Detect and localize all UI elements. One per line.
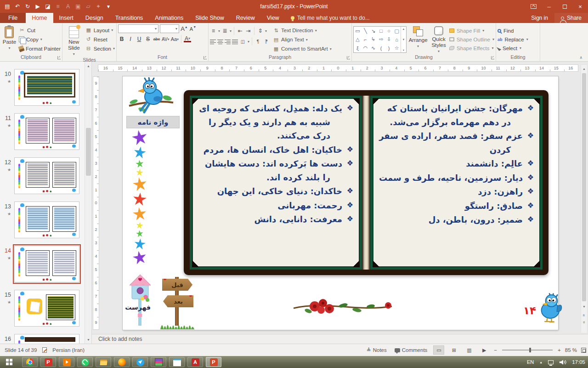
ribbon-display-options-icon[interactable] bbox=[526, 0, 541, 13]
shape-icon[interactable]: ☆ bbox=[395, 45, 399, 51]
save-icon[interactable]: ▤ bbox=[3, 2, 12, 11]
spell-check-icon[interactable] bbox=[42, 347, 47, 353]
zoom-in-button[interactable]: + bbox=[558, 347, 561, 353]
whatsapp-taskbar-button[interactable] bbox=[77, 357, 93, 367]
normal-view-button[interactable]: ▭ bbox=[433, 345, 444, 355]
shape-icon[interactable]: ▢ bbox=[394, 28, 399, 34]
zoom-level[interactable]: 85 % bbox=[565, 347, 577, 353]
ltr-direction-icon[interactable]: ¶ bbox=[254, 39, 261, 44]
telegram-taskbar-button[interactable] bbox=[132, 357, 148, 367]
tab-animations[interactable]: Animations bbox=[149, 13, 189, 23]
shape-icon[interactable]: ( bbox=[380, 46, 382, 51]
text-direction-button[interactable]: ⇅Text Direction▾ bbox=[273, 27, 332, 34]
numbering-icon[interactable]: ≣ bbox=[221, 28, 228, 34]
shape-icon[interactable]: ⇨ bbox=[379, 36, 383, 42]
vertical-scrollbar[interactable]: ▲ ▼ « « bbox=[581, 64, 588, 334]
slide-show-button[interactable]: ▶ bbox=[479, 345, 490, 355]
zoom-out-button[interactable]: − bbox=[494, 347, 497, 353]
tab-file[interactable]: File bbox=[0, 13, 26, 23]
shape-effects-button[interactable]: Shape Effects▾ bbox=[449, 45, 494, 52]
zoom-slider[interactable] bbox=[502, 350, 553, 351]
strikethrough-button[interactable]: S bbox=[144, 35, 152, 43]
chrome-taskbar-button[interactable] bbox=[22, 357, 38, 367]
scroll-down-icon[interactable]: ▼ bbox=[581, 303, 587, 310]
bullets-icon[interactable]: ≡ bbox=[53, 2, 62, 11]
roses-image[interactable] bbox=[288, 296, 394, 318]
shape-icon[interactable]: ξ bbox=[356, 46, 359, 51]
font-icon[interactable]: A bbox=[63, 2, 73, 11]
convert-smartart-button[interactable]: ▦Convert to SmartArt▾ bbox=[273, 45, 332, 52]
star-shape[interactable] bbox=[133, 145, 147, 159]
italic-button[interactable]: I bbox=[127, 35, 134, 43]
slide-thumbnail-13[interactable] bbox=[14, 201, 79, 238]
slide-thumbnail-15[interactable] bbox=[14, 290, 79, 327]
slide-thumbnail-12[interactable] bbox=[14, 157, 79, 194]
line-spacing-icon[interactable]: ⇕ bbox=[257, 28, 264, 34]
paste-button[interactable]: Paste ▾ bbox=[1, 24, 17, 54]
section-button[interactable]: ⊟Section▾ bbox=[85, 45, 115, 52]
arrange-button[interactable]: Arrange ▾ bbox=[408, 24, 428, 54]
scroll-down-icon[interactable]: ▼ bbox=[85, 336, 92, 343]
red-p-app-taskbar-button[interactable]: P bbox=[40, 357, 56, 367]
increase-indent-icon[interactable]: ⇥ bbox=[245, 28, 252, 34]
animations-icon[interactable]: ✦ bbox=[94, 2, 103, 11]
tell-me-box[interactable]: Tell me what you want to do... bbox=[285, 13, 375, 23]
animation-preview-icon[interactable]: ◪ bbox=[43, 2, 52, 11]
tab-review[interactable]: Review bbox=[230, 13, 261, 23]
language-indicator[interactable]: EN bbox=[527, 359, 534, 365]
next-slide-sign[interactable]: بعد bbox=[163, 295, 193, 307]
star-shape[interactable] bbox=[133, 238, 146, 250]
shape-icon[interactable]: □ bbox=[379, 28, 383, 34]
start-from-beginning-icon[interactable]: ▶ bbox=[33, 2, 42, 11]
star-shape[interactable] bbox=[131, 176, 147, 192]
customize-qat-icon[interactable]: ▾ bbox=[104, 2, 113, 11]
slide-thumbnail-14[interactable] bbox=[14, 246, 79, 282]
hidden-icons-chevron[interactable]: ▲ bbox=[539, 361, 543, 364]
notes-app-taskbar-button[interactable] bbox=[169, 357, 185, 367]
firefox-taskbar-button[interactable] bbox=[114, 357, 130, 367]
shape-icon[interactable]: ↳ bbox=[371, 36, 375, 42]
next-slide-button[interactable]: « bbox=[581, 319, 587, 325]
media-player-taskbar-button[interactable] bbox=[59, 357, 74, 367]
star-shape[interactable] bbox=[132, 250, 148, 266]
collapse-ribbon-icon[interactable]: ∧ bbox=[579, 55, 582, 60]
previous-slide-sign[interactable]: قبل bbox=[162, 279, 192, 291]
quick-styles-button[interactable]: Quick Styles ▾ bbox=[430, 24, 448, 54]
start-button[interactable] bbox=[0, 356, 18, 368]
justify-icon[interactable] bbox=[232, 39, 238, 44]
shape-icon[interactable]: ⇩ bbox=[387, 36, 391, 42]
change-case-button[interactable]: Aa▾ bbox=[171, 35, 179, 43]
character-spacing-button[interactable]: AV▾ bbox=[162, 35, 170, 43]
star-shape[interactable] bbox=[135, 159, 144, 168]
scroll-up-icon[interactable]: ▲ bbox=[85, 63, 92, 69]
shapes-gallery[interactable]: ▲▼▾ ▭╲↘□○▢△⌐↳⇨⇩⌂ξ◠∿()☆ bbox=[353, 26, 407, 53]
tab-view[interactable]: View bbox=[261, 13, 285, 23]
bird-image[interactable] bbox=[536, 292, 563, 325]
winrar-taskbar-button[interactable] bbox=[151, 357, 166, 367]
open-book-graphic[interactable]: ❖یک دله: همدِل، کسانی که روحیه ای شبیه ب… bbox=[184, 90, 548, 275]
rtl-direction-icon[interactable]: ¶ bbox=[263, 39, 270, 44]
shape-icon[interactable]: ○ bbox=[387, 28, 390, 34]
slide-counter[interactable]: Slide 14 of 39 bbox=[5, 347, 37, 353]
stars-column[interactable] bbox=[129, 130, 150, 264]
reading-view-button[interactable]: ▥ bbox=[464, 345, 475, 355]
scrollbar-thumb[interactable] bbox=[86, 128, 91, 176]
shape-outline-button[interactable]: Shape Outline▾ bbox=[449, 36, 494, 43]
select-button[interactable]: Select▾ bbox=[498, 45, 528, 52]
underline-button[interactable]: U bbox=[136, 35, 143, 43]
cut-button[interactable]: ✂Cut bbox=[19, 26, 61, 34]
tab-slide-show[interactable]: Slide Show bbox=[189, 13, 230, 23]
tab-design[interactable]: Design bbox=[79, 13, 109, 23]
book-page-left[interactable]: ❖یک دله: همدِل، کسانی که روحیه ای شبیه ب… bbox=[190, 96, 362, 270]
reset-button[interactable]: ↺Reset bbox=[85, 35, 115, 43]
vocabulary-badge[interactable]: واژه نامه bbox=[126, 116, 180, 128]
shape-icon[interactable]: ▱ bbox=[84, 2, 93, 11]
star-shape[interactable] bbox=[132, 207, 147, 222]
align-text-button[interactable]: ▤Align Text▾ bbox=[273, 36, 332, 43]
shape-icon[interactable]: ⌐ bbox=[364, 37, 367, 42]
slide-thumbnail-10[interactable] bbox=[14, 69, 79, 106]
decrease-indent-icon[interactable]: ⇤ bbox=[237, 28, 243, 34]
dialog-launcher-icon[interactable] bbox=[491, 56, 494, 59]
minimize-icon[interactable]: – bbox=[541, 0, 557, 13]
network-icon[interactable] bbox=[548, 360, 554, 364]
